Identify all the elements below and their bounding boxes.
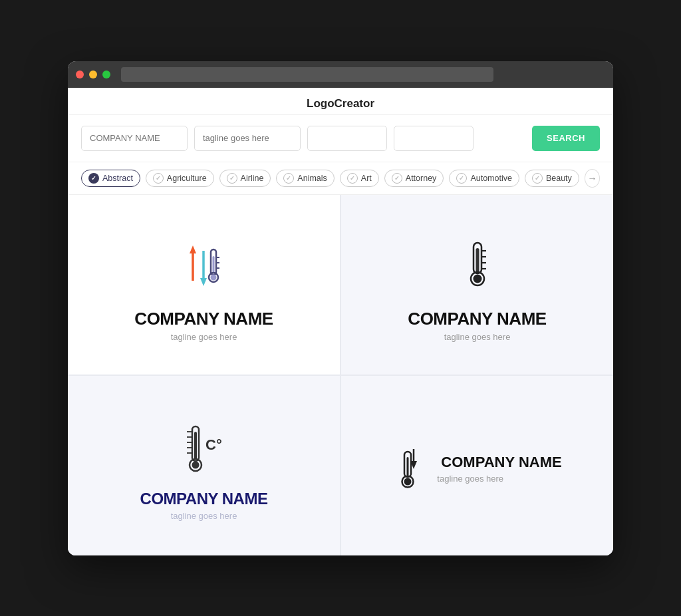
category-agriculture-label: Agriculture	[167, 174, 207, 183]
search-button[interactable]: SEARCH	[532, 126, 600, 151]
category-animals[interactable]: ✓ Animals	[276, 170, 334, 187]
logo-4-tagline: tagline goes here	[437, 474, 561, 484]
category-art-label: Art	[361, 174, 372, 183]
check-icon-beauty: ✓	[532, 173, 543, 184]
app-window: LogoCreator SEARCH ✓ Abstract ✓ Agricult…	[68, 61, 613, 555]
category-animals-label: Animals	[297, 174, 327, 183]
svg-point-27	[192, 462, 199, 469]
check-icon-animals: ✓	[283, 173, 294, 184]
svg-point-34	[404, 478, 412, 486]
check-icon-art: ✓	[347, 173, 358, 184]
svg-rect-12	[476, 248, 479, 272]
category-automotive-label: Automotive	[470, 174, 512, 183]
svg-rect-25	[194, 432, 197, 460]
svg-point-7	[210, 274, 216, 280]
check-icon-abstract: ✓	[88, 173, 99, 184]
titlebar	[68, 61, 613, 88]
category-airline-label: Airline	[241, 174, 264, 183]
svg-marker-1	[190, 245, 196, 253]
logo-grid: COMPANY NAME tagline goes here COMPANY N…	[68, 195, 613, 555]
svg-rect-5	[212, 256, 214, 273]
category-attorney-label: Attorney	[406, 174, 437, 183]
category-agriculture[interactable]: ✓ Agriculture	[146, 170, 214, 187]
category-automotive[interactable]: ✓ Automotive	[449, 170, 519, 187]
logo-4-text: COMPANY NAME tagline goes here	[437, 454, 561, 484]
category-art[interactable]: ✓ Art	[340, 170, 379, 187]
logo-card-1[interactable]: COMPANY NAME tagline goes here	[68, 195, 340, 375]
fullscreen-button[interactable]	[102, 71, 110, 78]
extra-input-1[interactable]	[307, 126, 387, 151]
close-button[interactable]	[76, 71, 84, 78]
check-icon-agriculture: ✓	[153, 173, 164, 184]
check-icon-automotive: ✓	[456, 173, 467, 184]
logo-card-3[interactable]: C° COMPANY NAME tagline goes here	[68, 376, 340, 555]
svg-marker-3	[200, 278, 207, 286]
extra-input-2[interactable]	[394, 126, 474, 151]
app-title-text: LogoCreator	[307, 97, 374, 110]
logo-icon-2	[454, 234, 501, 301]
category-airline[interactable]: ✓ Airline	[219, 170, 271, 187]
logo-icon-1	[174, 234, 234, 301]
category-attorney[interactable]: ✓ Attorney	[384, 170, 444, 187]
company-name-input[interactable]	[81, 126, 188, 151]
categories-next-button[interactable]: →	[585, 169, 600, 188]
logo-2-company: COMPANY NAME	[408, 309, 546, 329]
category-abstract[interactable]: ✓ Abstract	[81, 170, 140, 187]
check-icon-airline: ✓	[227, 173, 237, 184]
logo-icon-4	[392, 444, 429, 494]
search-button-label: SEARCH	[547, 133, 585, 143]
svg-rect-32	[407, 457, 409, 476]
minimize-button[interactable]	[89, 71, 97, 78]
logo-3-tagline: tagline goes here	[171, 511, 237, 521]
logo-card-4[interactable]: COMPANY NAME tagline goes here	[341, 376, 613, 555]
logo-4-layout: COMPANY NAME tagline goes here	[392, 444, 561, 494]
category-abstract-label: Abstract	[102, 174, 133, 183]
category-bar: ✓ Abstract ✓ Agriculture ✓ Airline ✓ Ani…	[68, 162, 613, 195]
logo-card-2[interactable]: COMPANY NAME tagline goes here	[341, 195, 613, 375]
tagline-input[interactable]	[194, 126, 301, 151]
category-beauty[interactable]: ✓ Beauty	[525, 170, 579, 187]
svg-text:C°: C°	[205, 436, 222, 453]
category-beauty-label: Beauty	[546, 174, 572, 183]
url-bar	[121, 67, 493, 82]
toolbar: SEARCH	[68, 115, 613, 162]
svg-point-14	[473, 274, 481, 283]
logo-1-company: COMPANY NAME	[134, 309, 273, 329]
logo-4-company: COMPANY NAME	[441, 454, 561, 471]
logo-2-tagline: tagline goes here	[444, 332, 511, 342]
logo-icon-3: C°	[178, 416, 231, 483]
app-title: LogoCreator	[68, 88, 613, 115]
logo-3-company: COMPANY NAME	[140, 490, 268, 508]
check-icon-attorney: ✓	[392, 173, 402, 184]
logo-1-tagline: tagline goes here	[171, 332, 237, 342]
